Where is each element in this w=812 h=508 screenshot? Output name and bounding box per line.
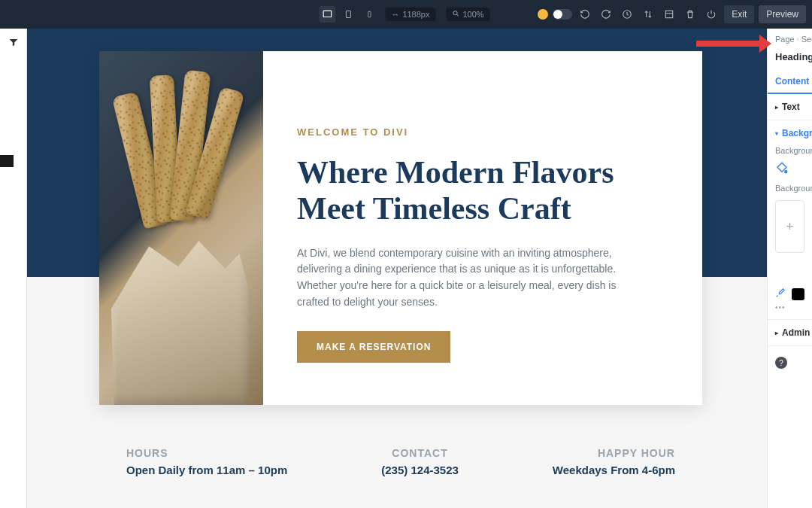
toolbar-center: ↔ 1188px 100% <box>319 6 492 23</box>
section-text-label: Text <box>782 102 800 112</box>
background-type-row <box>775 161 804 176</box>
top-toolbar: ↔ 1188px 100% Exit Preview <box>0 0 812 29</box>
help-icon[interactable]: ? <box>775 357 787 369</box>
more-dots-icon[interactable]: ••• <box>775 303 804 312</box>
sort-button[interactable] <box>640 6 656 23</box>
hero-body: At Divi, we blend contemporary cuisine w… <box>297 245 643 311</box>
hero-card: WELCOME TO DIVI Where Modern Flavors Mee… <box>99 51 702 405</box>
chevron-right-icon: › <box>797 35 799 43</box>
undo-button[interactable] <box>577 6 593 23</box>
width-indicator[interactable]: ↔ 1188px <box>385 8 435 21</box>
section-admin-label: Admin Label <box>782 327 812 338</box>
paint-bucket-icon[interactable] <box>775 161 790 176</box>
hero-eyebrow: WELCOME TO DIVI <box>297 126 665 138</box>
section-background-label: Background <box>782 128 812 138</box>
info-row: HOURS Open Daily from 11am – 10pm CONTAC… <box>126 447 675 476</box>
svg-rect-6 <box>666 11 673 17</box>
power-button[interactable] <box>703 6 720 23</box>
theme-toggle[interactable] <box>553 9 572 20</box>
panel-title: Heading <box>768 47 812 70</box>
eyedropper-icon[interactable] <box>775 287 786 300</box>
section-background-header[interactable]: ▾Background <box>775 128 804 138</box>
zoom-value: 100% <box>462 10 483 19</box>
zoom-indicator[interactable]: 100% <box>446 8 489 21</box>
svg-rect-1 <box>346 11 350 18</box>
happy-hour-value: Weekdays From 4-6pm <box>553 464 675 476</box>
trash-button[interactable] <box>682 6 698 23</box>
mobile-device-button[interactable] <box>361 6 377 23</box>
preview-button[interactable]: Preview <box>759 5 806 23</box>
left-drag-handle[interactable] <box>0 155 14 167</box>
breadcrumb-page: Page <box>775 35 795 44</box>
section-admin[interactable]: ▸Admin Label <box>768 320 812 346</box>
hero-image <box>99 51 263 405</box>
sun-icon <box>538 9 548 20</box>
background-preview[interactable]: + <box>775 200 804 253</box>
color-swatch-black[interactable] <box>792 288 804 300</box>
hours-block: HOURS Open Daily from 11am – 10pm <box>126 447 287 476</box>
exit-button[interactable]: Exit <box>724 5 754 23</box>
canvas-area: WELCOME TO DIVI Where Modern Flavors Mee… <box>27 29 767 508</box>
toolbar-right: Exit Preview <box>538 5 806 23</box>
contact-label: CONTACT <box>381 447 459 459</box>
width-value: 1188px <box>402 10 429 19</box>
svg-rect-2 <box>368 11 371 17</box>
redo-button[interactable] <box>598 6 614 23</box>
svg-rect-0 <box>323 11 332 17</box>
contact-value: (235) 124-3523 <box>381 464 459 476</box>
width-icon: ↔ <box>391 10 399 19</box>
happy-hour-block: HAPPY HOUR Weekdays From 4-6pm <box>553 447 675 476</box>
breadcrumb[interactable]: Page › Sec <box>768 29 812 47</box>
reservation-button[interactable]: MAKE A RESERVATION <box>297 331 450 363</box>
caret-down-icon: ▾ <box>775 130 778 137</box>
history-button[interactable] <box>619 6 635 23</box>
tablet-device-button[interactable] <box>340 6 356 23</box>
hero-headline[interactable]: Where Modern Flavors Meet Timeless Craft <box>297 154 665 227</box>
background-color-label: Background <box>775 184 804 193</box>
left-toolstrip <box>0 29 27 508</box>
svg-point-3 <box>453 11 457 15</box>
contact-block: CONTACT (235) 124-3523 <box>381 447 459 476</box>
filter-icon[interactable] <box>6 35 21 50</box>
desktop-device-button[interactable] <box>319 6 335 23</box>
color-picker-row <box>775 287 804 300</box>
hours-value: Open Daily from 11am – 10pm <box>126 464 287 476</box>
code-button[interactable] <box>661 6 677 23</box>
hero-content: WELCOME TO DIVI Where Modern Flavors Mee… <box>263 51 702 405</box>
hours-label: HOURS <box>126 447 287 459</box>
svg-line-4 <box>457 14 459 16</box>
plus-icon: + <box>786 219 794 235</box>
breadcrumb-section: Sec <box>801 35 812 44</box>
section-text[interactable]: ▸Text <box>768 94 812 120</box>
tab-content[interactable]: Content <box>768 70 812 94</box>
svg-point-8 <box>785 171 787 173</box>
section-background: ▾Background Background Background + ••• <box>768 120 812 320</box>
background-type-label: Background <box>775 146 804 155</box>
search-icon <box>452 10 459 19</box>
caret-right-icon: ▸ <box>775 104 778 111</box>
caret-right-icon: ▸ <box>775 330 778 336</box>
happy-hour-label: HAPPY HOUR <box>553 447 675 459</box>
settings-panel: Page › Sec Heading Content ▸Text ▾Backgr… <box>767 29 812 508</box>
